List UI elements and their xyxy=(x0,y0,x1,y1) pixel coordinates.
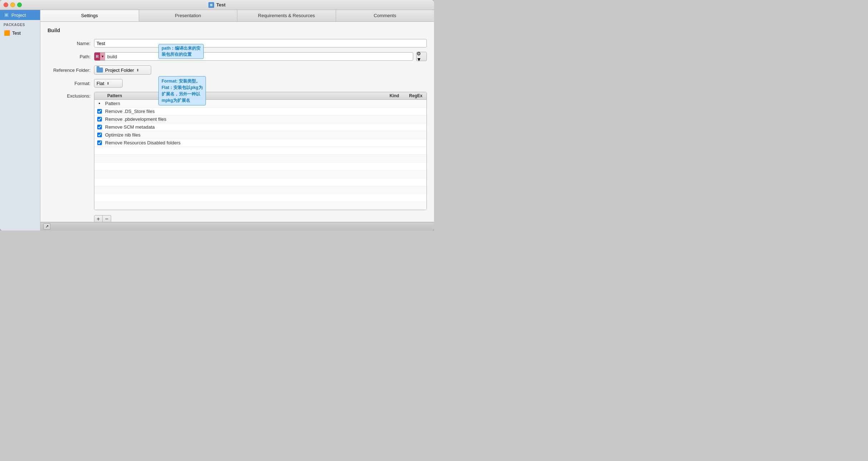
path-control: R ▼ build ⚙ ▼ xyxy=(94,52,427,61)
exclusion-row-2: Remove .pbdevelopment files xyxy=(94,115,426,123)
exclusion-pattern-1: Remove .DS_Store files xyxy=(103,109,384,114)
packages-section-label: PACKAGES xyxy=(0,20,40,28)
reference-folder-select[interactable]: Project Folder ⬍ xyxy=(94,65,151,75)
path-prefix: R xyxy=(94,53,100,60)
path-field: R ▼ build xyxy=(94,52,413,61)
exclusion-pattern-3: Remove SCM metadata xyxy=(103,124,384,130)
header-pattern: Pattern xyxy=(104,93,384,98)
minimize-button[interactable] xyxy=(10,3,15,7)
exclusion-row-1: Remove .DS_Store files xyxy=(94,108,426,115)
name-label: Name: xyxy=(48,41,94,46)
section-title: Build xyxy=(48,28,427,33)
content-area: Build Name: Path: R xyxy=(40,22,434,222)
folder-icon xyxy=(97,68,103,73)
exclusions-header: Pattern Kind RegEx xyxy=(94,92,426,100)
titlebar: ⊞ Test xyxy=(0,0,434,10)
package-name: Test xyxy=(12,30,21,36)
empty-row-4 xyxy=(94,170,426,178)
format-select[interactable]: Flat ⬍ xyxy=(94,79,123,88)
window-title: ⊞ Test xyxy=(208,2,226,8)
name-control xyxy=(94,39,427,48)
empty-row-3 xyxy=(94,163,426,170)
remove-exclusion-button[interactable]: − xyxy=(103,215,111,222)
header-regex: RegEx xyxy=(405,93,426,98)
format-row: Format: Flat ⬍ Format: 安装类型。 Flat：安装包以pk… xyxy=(48,79,427,88)
tab-presentation[interactable]: Presentation xyxy=(139,10,238,21)
chevron-down-icon: ⬍ xyxy=(136,68,139,72)
reference-folder-value: Project Folder xyxy=(105,68,134,73)
path-row: Path: R ▼ build ⚙ ▼ path：编译出来的安 xyxy=(48,52,427,61)
reference-folder-label: Reference Folder: xyxy=(48,68,94,73)
sidebar-project-label: Project xyxy=(11,13,26,18)
exclusions-row: Exclusions: Pattern Kind RegEx xyxy=(48,92,427,210)
sidebar-item-test[interactable]: 🟧 Test xyxy=(0,28,40,38)
path-dropdown-button[interactable]: ▼ xyxy=(100,53,105,60)
exclusion-pattern-5: Remove Resources Disabled folders xyxy=(103,140,384,145)
format-control: Flat ⬍ xyxy=(94,79,427,88)
window-controls xyxy=(4,3,22,7)
name-input[interactable] xyxy=(94,39,427,48)
empty-row-1 xyxy=(94,147,426,155)
exclusion-checkbox-4[interactable] xyxy=(96,133,103,137)
status-bar: ↗ xyxy=(40,222,434,230)
sidebar-item-project[interactable]: ⊞ Project xyxy=(0,10,40,20)
right-panel: Settings Presentation Requirements & Res… xyxy=(40,10,434,230)
exclusion-checkbox-3[interactable] xyxy=(96,125,103,129)
path-gear-button[interactable]: ⚙ ▼ xyxy=(416,52,427,61)
tab-requirements[interactable]: Requirements & Resources xyxy=(237,10,336,21)
exclusion-row-5: Remove Resources Disabled folders xyxy=(94,139,426,147)
exclusion-row-3: Remove SCM metadata xyxy=(94,123,426,131)
maximize-button[interactable] xyxy=(17,3,22,7)
add-exclusion-button[interactable]: + xyxy=(94,215,103,222)
exclusion-checkbox-1[interactable] xyxy=(96,109,103,114)
exclusions-table: Pattern Kind RegEx • Pattern xyxy=(94,92,427,210)
format-label: Format: xyxy=(48,81,94,86)
add-remove-container: + − xyxy=(48,212,427,222)
exclusion-row-0: • Pattern xyxy=(94,100,426,108)
empty-row-6 xyxy=(94,186,426,194)
exclusion-pattern-2: Remove .pbdevelopment files xyxy=(103,117,384,122)
reference-folder-control: Project Folder ⬍ xyxy=(94,65,427,75)
chevron-down-icon-format: ⬍ xyxy=(107,81,109,85)
main-content: ⊞ Project PACKAGES 🟧 Test Settings Prese… xyxy=(0,10,434,230)
exclusion-pattern-0: Pattern xyxy=(103,101,384,106)
empty-row-8 xyxy=(94,202,426,210)
empty-row-5 xyxy=(94,178,426,186)
header-kind: Kind xyxy=(384,93,405,98)
reference-folder-row: Reference Folder: Project Folder ⬍ xyxy=(48,65,427,75)
format-value: Flat xyxy=(97,81,104,86)
package-icon: 🟧 xyxy=(4,30,10,36)
path-value: build xyxy=(105,54,413,59)
exclusion-checkbox-2[interactable] xyxy=(96,117,103,122)
exclusion-row-4: Optimize nib files xyxy=(94,131,426,139)
name-row: Name: xyxy=(48,39,427,48)
empty-rows xyxy=(94,147,426,210)
empty-row-2 xyxy=(94,155,426,163)
path-label: Path: xyxy=(48,54,94,59)
project-icon: ⊞ xyxy=(4,12,9,18)
tab-comments[interactable]: Comments xyxy=(336,10,434,21)
tab-bar: Settings Presentation Requirements & Res… xyxy=(40,10,434,22)
sidebar: ⊞ Project PACKAGES 🟧 Test xyxy=(0,10,40,230)
exclusions-control: Pattern Kind RegEx • Pattern xyxy=(94,92,427,210)
bullet-icon: • xyxy=(96,101,103,106)
exclusion-checkbox-5[interactable] xyxy=(96,140,103,145)
main-window: ⊞ Test ⊞ Project PACKAGES 🟧 Test Setting… xyxy=(0,0,434,230)
add-remove-buttons: + − xyxy=(94,215,111,222)
empty-row-7 xyxy=(94,194,426,202)
header-spacer xyxy=(96,93,104,98)
tab-settings[interactable]: Settings xyxy=(40,10,139,21)
close-button[interactable] xyxy=(4,3,8,7)
status-arrow-button[interactable]: ↗ xyxy=(43,223,50,230)
exclusions-label: Exclusions: xyxy=(48,92,94,99)
exclusion-pattern-4: Optimize nib files xyxy=(103,132,384,138)
app-icon: ⊞ xyxy=(208,2,214,8)
